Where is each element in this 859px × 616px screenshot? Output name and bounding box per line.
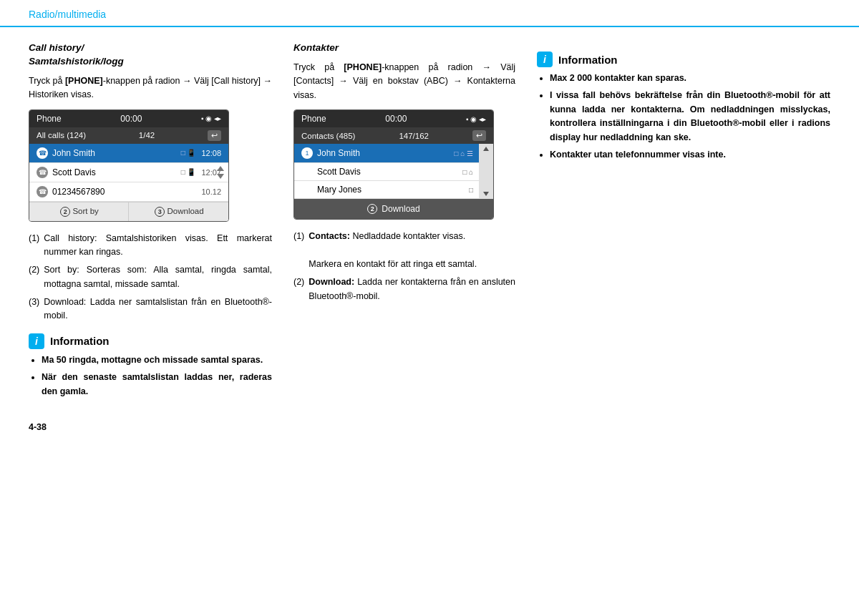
info-title-left: Information (50, 335, 110, 347)
contact-row-mary[interactable]: Mary Jones □ (294, 181, 493, 199)
phone-status-icons: ▪ ◉ ◂▸ (201, 114, 221, 122)
scroll-up-arrow[interactable] (217, 166, 224, 171)
contacts-phone-time: 00:00 (385, 114, 407, 124)
page-number: 4-38 (29, 422, 47, 432)
download-label: Download (168, 207, 204, 215)
list-item-1: (1) Call history: Samtalshistoriken visa… (29, 232, 272, 260)
contacts-phone-ui: Phone 00:00 ▪ ◉ ◂▸ Contacts (485) 147/16… (293, 109, 494, 220)
call-row-number[interactable]: ☎ 01234567890 10.12 (29, 182, 228, 202)
call-icon-2: ☎ (37, 167, 48, 178)
annotation-2: 2 (60, 207, 70, 217)
call-icon-3: ☎ (37, 186, 48, 197)
main-content: Call history/ Samtalshistorik/logg Tryck… (0, 27, 859, 416)
page-footer: 4-38 (0, 416, 859, 438)
back-button[interactable]: ↩ (208, 130, 221, 141)
contacts-intro: Tryck på [PHONE]-knappen på radion → Väl… (293, 61, 515, 102)
scroll-sidebar-down[interactable] (483, 192, 489, 196)
sort-by-button[interactable]: 2 Sort by (29, 202, 129, 221)
contact-row-scott[interactable]: Scott Davis □ ⌂ (294, 163, 493, 181)
contacts-info-box: i Information Max 2 000 kontakter kan sp… (537, 52, 830, 162)
contacts-list-item-2: (2) Download: Ladda ner kontakterna från… (293, 275, 515, 303)
contacts-list-desc: (1) Contacts: Nedladdade kontakter visas… (293, 230, 515, 303)
contacts-phone-header: Phone 00:00 ▪ ◉ ◂▸ (294, 110, 493, 127)
contacts-heading: Kontakter (293, 41, 515, 55)
calls-count: 1/42 (139, 131, 155, 140)
page-section-title: Radio/multimedia (29, 9, 106, 20)
contact-john-name: John Smith (317, 148, 454, 158)
list-item-1-text: Call history: Samtalshistoriken visas. E… (44, 232, 272, 260)
scroll-sidebar (479, 144, 493, 199)
contact-mary-icons: □ (469, 186, 473, 194)
page-header: Radio/multimedia (0, 0, 859, 27)
contacts-list-item-2-text: Download: Ladda ner kontakterna från en … (309, 275, 515, 303)
contacts-subheader: Contacts (485) 147/162 ↩ (294, 127, 493, 144)
info-icon-right: i (537, 52, 553, 67)
call-row-john-smith[interactable]: ☎ John Smith □ 📱 12:08 (29, 144, 228, 163)
download-button[interactable]: 3 Download (129, 202, 228, 221)
phone-label: Phone (37, 114, 62, 124)
info-bullet-2: När den senaste samtalslistan laddas ner… (42, 371, 272, 399)
info-box-header-left: i Information (29, 333, 272, 349)
contacts-list-item-1: (1) Contacts: Nedladdade kontakter visas… (293, 230, 515, 271)
contacts-label: Contacts (485) (301, 132, 355, 140)
contact-john-icons: □ ⌂ ☰ (454, 150, 473, 157)
contact-number: 01234567890 (52, 187, 195, 197)
call-history-intro: Tryck på [PHONE]-knappen på radion → Väl… (29, 74, 272, 102)
list-item-2: (2) Sort by: Sorteras som: Alla samtal, … (29, 263, 272, 291)
download-annotation-2: 2 (367, 204, 377, 214)
contact-name-scott: Scott Davis (52, 167, 181, 177)
middle-column: Kontakter Tryck på [PHONE]-knappen på ra… (293, 41, 515, 402)
info-box-header-right: i Information (537, 52, 830, 67)
contacts-list-item-1-text: Contacts: Nedladdade kontakter visas. Ma… (309, 230, 477, 271)
phone-time: 00:00 (120, 114, 142, 124)
phone-header: Phone 00:00 ▪ ◉ ◂▸ (29, 110, 228, 127)
info-title-right: Information (558, 54, 618, 66)
download-btn-row[interactable]: 2 Download (294, 199, 493, 219)
info-right-bullet-2: I vissa fall behövs bekräftelse från din… (550, 89, 830, 145)
list-item-3-text: Download: Ladda ner samtalslistan från e… (44, 295, 272, 323)
contact-name-john: John Smith (52, 148, 181, 158)
info-bullet-1: Ma 50 ringda, mottagne och missade samta… (42, 353, 272, 367)
contact-mary-name: Mary Jones (301, 185, 469, 195)
calls-label: All calls (124) (37, 131, 86, 140)
info-icon-left: i (29, 333, 44, 349)
call-row-scott-davis[interactable]: ☎ Scott Davis □ 📱 12:07 (29, 163, 228, 182)
contacts-list: 1 John Smith □ ⌂ ☰ Scott Davis □ ⌂ Mary … (294, 144, 493, 199)
scroll-sidebar-up[interactable] (483, 147, 489, 151)
contact-icons-john: □ 📱 (181, 149, 196, 157)
left-column: Call history/ Samtalshistorik/logg Tryck… (29, 41, 272, 402)
info-right-bullet-3: Kontakter utan telefonnummer visas inte. (550, 148, 830, 162)
sort-by-label: Sort by (72, 207, 98, 215)
list-item-2-text: Sort by: Sorteras som: Alla samtal, ring… (44, 263, 272, 291)
contacts-count: 147/162 (399, 132, 429, 140)
call-icon-1: ☎ (37, 147, 48, 159)
list-item-3: (3) Download: Ladda ner samtalslistan fr… (29, 295, 272, 323)
contact-row-john[interactable]: 1 John Smith □ ⌂ ☰ (294, 144, 493, 163)
contacts-status-icons: ▪ ◉ ◂▸ (466, 115, 486, 123)
contacts-phone-label: Phone (301, 114, 326, 124)
call-history-heading: Call history/ Samtalshistorik/logg (29, 41, 272, 69)
call-history-phone-ui: Phone 00:00 ▪ ◉ ◂▸ All calls (124) 1/42 … (29, 109, 229, 222)
scroll-down-arrow[interactable] (217, 174, 224, 179)
phone-subheader: All calls (124) 1/42 ↩ (29, 127, 228, 144)
contact-scott-name: Scott Davis (301, 167, 462, 177)
phone-footer: 2 Sort by 3 Download (29, 202, 228, 221)
info-right-bullet-1: Max 2 000 kontakter kan sparas. (550, 72, 830, 85)
info-bullets-left: Ma 50 ringda, mottagne och missade samta… (29, 353, 272, 399)
info-bullets-right: Max 2 000 kontakter kan sparas. I vissa … (537, 72, 830, 162)
right-column: i Information Max 2 000 kontakter kan sp… (537, 41, 830, 402)
download-contacts-label: Download (382, 204, 419, 214)
contact-scott-icons: □ ⌂ (462, 168, 473, 176)
contacts-back-button[interactable]: ↩ (472, 130, 486, 141)
call-history-info-box: i Information Ma 50 ringda, mottagne och… (29, 333, 272, 399)
contact-icon-john: 1 (301, 147, 313, 159)
call-history-list: (1) Call history: Samtalshistoriken visa… (29, 232, 272, 323)
annotation-3: 3 (155, 207, 165, 217)
contact-icons-scott: □ 📱 (181, 168, 196, 176)
